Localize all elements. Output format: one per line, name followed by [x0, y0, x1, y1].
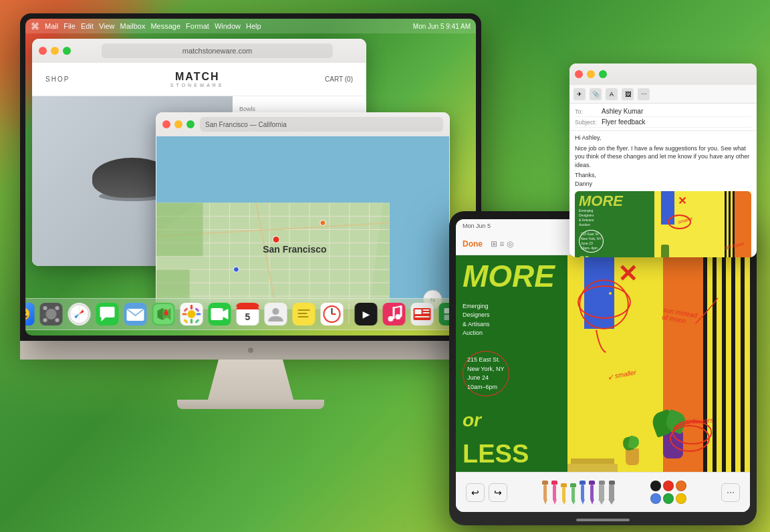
mail-compose-window: ✈ 📎 A 🖼 ⋯ To: Ashley Kumar Subject: Flye…	[569, 63, 757, 257]
ipad-step-2	[571, 458, 614, 464]
cart-button[interactable]: CART (0)	[325, 76, 353, 83]
ipad-pen-tool-3[interactable]	[561, 483, 567, 505]
brand-logo: MATCH STONEWARE	[170, 71, 225, 88]
svg-text:San Francisco: San Francisco	[263, 244, 326, 255]
flyer-plant-stem	[661, 245, 669, 257]
dock-photos[interactable]	[179, 301, 205, 327]
mail-to-label: To:	[575, 108, 602, 115]
dock-finder[interactable]: 😀	[25, 301, 36, 327]
mail-body-text: Hi Ashley, Nice job on the flyer. I have…	[569, 131, 757, 191]
mail-toolbar-icon-2[interactable]: 📎	[590, 88, 602, 100]
svg-rect-22	[156, 203, 203, 257]
ipad-home-indicator[interactable]	[576, 519, 630, 521]
mail-subject-label: Subject:	[575, 119, 602, 126]
active-app-menu[interactable]: Mail	[45, 22, 58, 30]
ipad-tools-more-button[interactable]: ⋯	[721, 483, 740, 502]
ipad-redo-button[interactable]: ↪	[489, 483, 507, 502]
ipad-toolbar-left: Done ⊞ ≡ ◎	[463, 239, 513, 249]
dock-calendar[interactable]: 5	[235, 301, 261, 327]
dock-mail[interactable]	[123, 301, 148, 327]
ipad-pen-tool-2[interactable]	[551, 481, 557, 505]
maps-close-button[interactable]	[162, 120, 170, 128]
view-menu[interactable]: View	[99, 22, 115, 30]
dock-facetime[interactable]	[207, 301, 233, 327]
color-blue[interactable]	[650, 493, 661, 504]
traffic-lights[interactable]	[39, 47, 71, 55]
dock-divider	[349, 304, 350, 324]
mail-toolbar-icon-1[interactable]: ✈	[573, 88, 586, 100]
maximize-button[interactable]	[63, 47, 71, 55]
mail-close-button[interactable]	[575, 70, 583, 78]
dock-news[interactable]	[410, 301, 435, 327]
mail-traffic-lights[interactable]	[575, 70, 607, 78]
ipad-color-swatches	[650, 481, 686, 504]
dock-notes[interactable]	[291, 301, 317, 327]
mail-toolbar-icon-4[interactable]: 🖼	[622, 88, 634, 100]
dock-launchpad[interactable]	[39, 301, 64, 327]
minimize-button[interactable]	[51, 47, 59, 55]
ipad-pen-tool-6[interactable]	[589, 481, 595, 505]
mail-toolbar-icon-5[interactable]: ⋯	[638, 88, 650, 100]
mail-body-line-1: Hi Ashley,	[575, 134, 751, 142]
dock-appletv[interactable]: ▶	[354, 301, 379, 327]
flyer-address-circle: 215 East St. New York, NY June 23 10am–4…	[579, 230, 604, 253]
svg-point-35	[43, 306, 47, 310]
safari-titlebar: matchstoneware.com	[32, 39, 366, 63]
maps-search-bar[interactable]: San Francisco — California	[200, 117, 443, 132]
ipad-undo-redo: ↩ ↪	[466, 483, 507, 502]
ipad-pen-tool-8[interactable]	[608, 481, 615, 505]
close-button[interactable]	[39, 47, 47, 55]
ipad-pen-tool-7[interactable]	[598, 481, 605, 505]
mail-compose-titlebar	[569, 63, 757, 85]
window-menu[interactable]: Window	[215, 22, 241, 30]
format-menu[interactable]: Format	[186, 22, 209, 30]
safari-url-bar[interactable]: matchstoneware.com	[102, 43, 333, 58]
flyer-event-detail: Emerging Designers & Artisans Auction 21…	[579, 209, 650, 253]
ipad-address-area: 215 East St.New York, NYJune 2410am–6pm	[463, 351, 561, 396]
dock-safari[interactable]	[67, 301, 92, 327]
dock-maps[interactable]	[151, 301, 176, 327]
flyer-or-text: or	[579, 253, 650, 257]
mailbox-menu[interactable]: Mailbox	[120, 22, 146, 30]
color-orange[interactable]	[676, 481, 686, 491]
svg-point-34	[46, 309, 57, 319]
message-menu[interactable]: Message	[150, 22, 180, 30]
ipad-pen-tool-1[interactable]	[542, 481, 548, 505]
shop-nav[interactable]: SHOP	[45, 76, 70, 83]
imac-monitor: ⌘ Mail File Edit View Mailbox Message Fo…	[20, 13, 481, 409]
dock-contacts[interactable]	[263, 301, 289, 327]
ipad-pen-tool-5[interactable]	[580, 481, 586, 505]
dock-music[interactable]	[382, 301, 407, 327]
svg-rect-88	[423, 309, 430, 311]
svg-rect-56	[197, 313, 201, 315]
mail-toolbar-icon-3[interactable]: A	[606, 88, 618, 100]
ipad-flyer-right: ✕	[567, 255, 750, 472]
maps-maximize-button[interactable]	[186, 120, 195, 128]
edit-menu[interactable]: Edit	[81, 22, 94, 30]
apple-menu[interactable]: ⌘	[31, 21, 39, 31]
mail-maximize-button[interactable]	[599, 70, 607, 78]
help-menu[interactable]: Help	[246, 22, 261, 30]
svg-rect-72	[298, 316, 309, 317]
file-menu[interactable]: File	[63, 22, 76, 30]
color-yellow[interactable]	[676, 493, 686, 504]
ipad-undo-button[interactable]: ↩	[466, 483, 485, 502]
ipad-flyer-less: LESS	[463, 441, 561, 467]
ipad-pen-tool-4[interactable]	[570, 483, 576, 505]
ipad-flyer-event-detail: Emerging Designers & Artisans Auction	[463, 302, 561, 338]
ipad-time: Mon Jun 5	[463, 223, 491, 229]
maps-minimize-button[interactable]	[174, 120, 182, 128]
mail-subject-row: Subject: Flyer feedback	[575, 117, 751, 128]
color-black[interactable]	[650, 481, 661, 491]
flyer-markup-circle	[668, 215, 691, 229]
dock-messages[interactable]	[95, 301, 120, 327]
maps-traffic-lights[interactable]	[162, 120, 195, 128]
mail-minimize-button[interactable]	[587, 70, 595, 78]
ipad-done-button[interactable]: Done	[463, 239, 483, 249]
color-green[interactable]	[663, 493, 674, 504]
mail-body-line-4: Danny	[575, 180, 751, 188]
flyer-preview-small: More Emerging Designers & Artisans Aucti…	[575, 191, 751, 257]
color-red[interactable]	[663, 481, 674, 491]
dock-reminders[interactable]	[319, 301, 345, 327]
dock: 😀	[25, 298, 476, 330]
